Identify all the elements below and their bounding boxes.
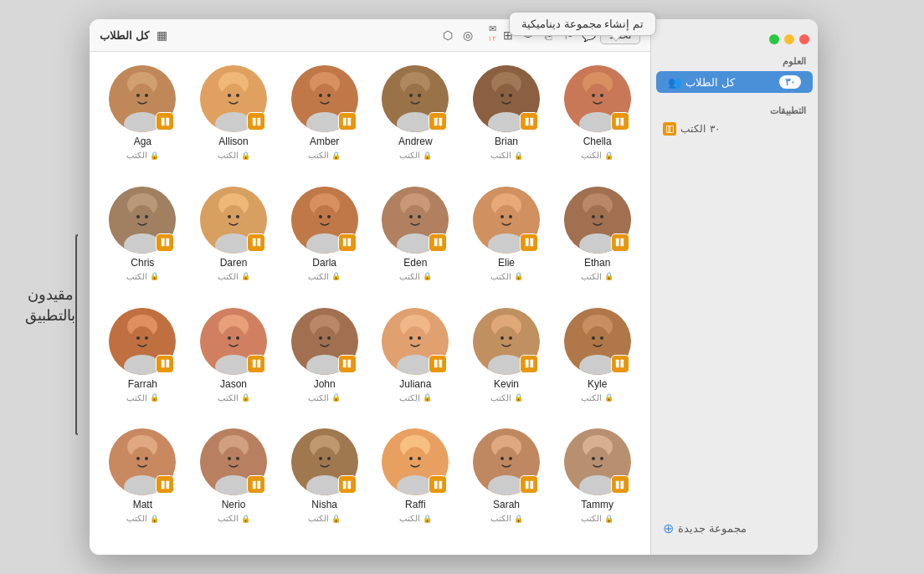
close-button[interactable] <box>799 34 809 44</box>
svg-point-173 <box>495 447 518 474</box>
compass-icon[interactable]: ◎ <box>459 27 476 44</box>
student-card-7[interactable]: Ethan 🔒 الكتب <box>556 187 639 300</box>
student-card-13[interactable]: Kyle 🔒 الكتب <box>556 308 639 421</box>
svg-point-14 <box>501 94 504 97</box>
student-card-1[interactable]: Chella 🔒 الكتب <box>556 65 639 178</box>
student-card-10[interactable]: Darla 🔒 الكتب <box>283 187 366 300</box>
svg-point-105 <box>145 215 148 218</box>
student-card-24[interactable]: Matt 🔒 الكتب <box>101 428 184 541</box>
maximize-button[interactable] <box>769 34 779 44</box>
svg-rect-197 <box>348 481 352 489</box>
student-card-9[interactable]: Eden 🔒 الكتب <box>374 187 457 300</box>
student-app: الكتب <box>399 151 420 160</box>
svg-rect-106 <box>162 238 165 246</box>
lock-icon: 🔒 <box>514 515 523 523</box>
svg-rect-71 <box>530 238 533 246</box>
svg-point-146 <box>222 326 245 353</box>
avatar-wrap <box>200 187 267 254</box>
svg-point-87 <box>327 215 331 218</box>
student-app: الكتب <box>490 514 511 523</box>
student-card-3[interactable]: Andrew 🔒 الكتب <box>374 65 457 178</box>
svg-point-65 <box>495 205 518 232</box>
student-card-5[interactable]: Allison 🔒 الكتب <box>192 65 275 178</box>
toolbar-title: كل الطلاب <box>100 29 149 42</box>
student-card-21[interactable]: Raffi 🔒 الكتب <box>374 428 457 541</box>
sidebar-books-item[interactable]: ٣٠ الكتب <box>651 120 818 138</box>
student-name: Sarah <box>493 499 520 510</box>
svg-point-150 <box>236 336 239 340</box>
books-badge-icon <box>611 112 629 131</box>
mail-icon[interactable]: ✉ ١٢ <box>480 27 496 44</box>
student-card-8[interactable]: Elie 🔒 الكتب <box>465 187 548 300</box>
student-card-22[interactable]: Nisha 🔒 الكتب <box>283 428 366 541</box>
annotation-line1: مقيدون <box>28 286 74 303</box>
books-badge-icon <box>611 355 629 373</box>
svg-rect-214 <box>162 481 165 489</box>
window-controls <box>651 29 818 53</box>
layers-icon[interactable]: ⬡ <box>439 27 456 44</box>
minimize-button[interactable] <box>784 34 794 44</box>
books-badge-icon <box>429 112 447 131</box>
svg-rect-151 <box>252 360 255 367</box>
student-sub: 🔒 الكتب <box>581 393 613 402</box>
books-badge-icon <box>429 233 447 252</box>
student-card-15[interactable]: Juliana 🔒 الكتب <box>374 308 457 421</box>
student-card-12[interactable]: Chris 🔒 الكتب <box>101 187 184 300</box>
books-app-icon <box>663 122 676 136</box>
svg-point-140 <box>319 336 322 340</box>
svg-point-191 <box>313 447 336 474</box>
books-badge-icon <box>338 355 357 373</box>
student-card-18[interactable]: Farrah 🔒 الكتب <box>101 308 184 421</box>
books-badge-icon <box>338 112 357 131</box>
lock-icon: 🔒 <box>331 151 341 160</box>
student-card-4[interactable]: Amber 🔒 الكتب <box>283 65 366 178</box>
books-badge: ٣٠ <box>710 123 720 135</box>
layout-icon[interactable]: ▦ <box>154 27 171 44</box>
side-annotation: مقيدون بالتطبيق <box>25 284 75 326</box>
toolbar-right: ▦ كل الطلاب <box>100 27 171 44</box>
student-sub: 🔒 الكتب <box>218 151 250 160</box>
svg-point-38 <box>222 84 245 110</box>
student-name: Nerio <box>222 499 246 510</box>
student-sub: 🔒 الكتب <box>308 151 341 160</box>
student-card-17[interactable]: Jason 🔒 الكتب <box>192 308 275 421</box>
sidebar-item-left: ٣٠ <box>779 75 801 89</box>
avatar-wrap <box>473 308 540 375</box>
student-name: Elie <box>498 257 515 269</box>
student-card-23[interactable]: Nerio 🔒 الكتب <box>192 428 275 541</box>
svg-point-15 <box>509 94 512 97</box>
books-badge-icon <box>156 112 174 131</box>
avatar-wrap <box>109 428 176 495</box>
avatar-wrap <box>200 65 267 132</box>
sidebar-item-all-students[interactable]: ٣٠ كل الطلاب 👥 <box>656 71 813 93</box>
annotation-bracket <box>75 234 78 435</box>
student-card-11[interactable]: Daren 🔒 الكتب <box>192 187 275 300</box>
svg-point-60 <box>600 215 603 218</box>
student-card-16[interactable]: John 🔒 الكتب <box>283 308 366 421</box>
student-card-19[interactable]: Tammy 🔒 الكتب <box>556 428 639 541</box>
people-icon: 👥 <box>668 76 681 89</box>
books-badge-icon <box>520 112 538 131</box>
student-card-14[interactable]: Kevin 🔒 الكتب <box>465 308 548 421</box>
books-badge-icon <box>247 233 265 252</box>
lock-icon: 🔒 <box>423 393 432 402</box>
new-group-button[interactable]: مجموعة جديدة ⊕ <box>651 512 818 545</box>
svg-point-59 <box>592 215 595 218</box>
svg-point-114 <box>600 336 603 340</box>
svg-point-186 <box>418 457 421 460</box>
student-name: Andrew <box>398 136 433 147</box>
student-app: الكتب <box>581 393 602 402</box>
student-card-2[interactable]: Brian 🔒 الكتب <box>465 65 548 178</box>
svg-rect-107 <box>166 238 169 246</box>
student-sub: 🔒 الكتب <box>399 151 432 160</box>
svg-point-113 <box>592 336 595 340</box>
avatar-wrap <box>382 308 449 375</box>
student-card-20[interactable]: Sarah 🔒 الكتب <box>465 428 548 541</box>
student-sub: 🔒 الكتب <box>490 151 523 160</box>
avatar-wrap <box>291 428 358 495</box>
student-card-6[interactable]: Aga 🔒 الكتب <box>101 65 184 178</box>
svg-point-29 <box>313 84 336 110</box>
student-sub: 🔒 الكتب <box>399 393 432 402</box>
student-name: Farrah <box>128 378 157 390</box>
svg-rect-25 <box>434 117 438 125</box>
